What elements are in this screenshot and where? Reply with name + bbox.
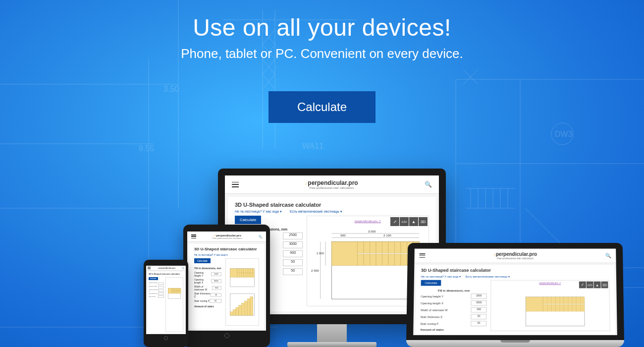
- staircase-type-dropdown[interactable]: Не та лестница? У нас еще ▾: [235, 210, 282, 214]
- search-icon[interactable]: 🔍: [259, 235, 262, 238]
- svg-rect-92: [568, 297, 572, 304]
- phone-home-button[interactable]: [164, 336, 168, 340]
- opening-height-input[interactable]: 2500: [211, 272, 221, 276]
- svg-rect-136: [173, 288, 175, 290]
- staircase-width-input[interactable]: 900: [471, 307, 487, 313]
- field-label: Opening height Y: [149, 282, 158, 285]
- opening-height-input[interactable]: 2500: [283, 232, 303, 239]
- staircase-width-input[interactable]: 900: [212, 286, 221, 290]
- field-label: Opening height Y: [421, 295, 443, 298]
- hamburger-icon[interactable]: [419, 253, 425, 258]
- brand-logo: ✓perpendicular.pro Free professional sta…: [493, 251, 537, 259]
- stair-thickness-input[interactable]: 50: [283, 259, 303, 266]
- svg-rect-127: [236, 307, 239, 315]
- svg-rect-64: [358, 254, 364, 266]
- hero-subtitle: Phone, tablet or PC. Convenient on every…: [0, 46, 644, 61]
- svg-rect-122: [250, 273, 252, 278]
- staircase-width-input[interactable]: 900: [283, 250, 303, 257]
- calculate-mini-button[interactable]: Calculate: [149, 277, 158, 280]
- stair-nosing-input[interactable]: 50: [210, 299, 221, 303]
- svg-rect-90: [560, 297, 564, 304]
- calculate-mini-button[interactable]: Calculate: [194, 258, 211, 263]
- staircase-diagram: [494, 290, 606, 328]
- page-title: 3D U-Shaped staircase calculator: [149, 273, 183, 275]
- staircase-type-dropdown[interactable]: Не та лестница? У нас еще ▾: [421, 275, 461, 278]
- search-icon[interactable]: 🔍: [425, 181, 432, 188]
- opening-height-input[interactable]: 2500: [471, 293, 487, 299]
- svg-rect-142: [173, 291, 175, 293]
- hamburger-icon[interactable]: [232, 182, 239, 187]
- embed-tool-icon[interactable]: </>: [400, 217, 409, 226]
- stair-thickness-input[interactable]: 50: [471, 314, 487, 319]
- page-title: 3D U-Shaped staircase calculator: [194, 247, 259, 251]
- svg-rect-77: [376, 242, 382, 253]
- permalink[interactable]: perpendicular.pro ⇗: [355, 219, 381, 223]
- svg-text:2 100: 2 100: [383, 233, 391, 237]
- svg-rect-103: [572, 304, 576, 311]
- view-tool-icon[interactable]: ▲: [409, 217, 418, 226]
- svg-rect-105: [581, 304, 585, 311]
- metal-stairs-dropdown[interactable]: Есть металлические лестницы ▾: [290, 210, 342, 214]
- stair-thickness-input[interactable]: [158, 292, 164, 295]
- embed-tool-icon[interactable]: </>: [587, 282, 593, 289]
- svg-rect-125: [230, 312, 233, 315]
- svg-text:DW3: DW3: [555, 130, 573, 138]
- fullscreen-tool-icon[interactable]: ⤢: [390, 217, 399, 226]
- page-title: 3D U-Shaped staircase calculator: [235, 202, 429, 208]
- search-icon[interactable]: 🔍: [605, 253, 611, 258]
- svg-rect-145: [178, 291, 179, 293]
- stair-nosing-input[interactable]: 50: [471, 321, 487, 326]
- staircase-diagram: [167, 279, 182, 331]
- hamburger-icon[interactable]: [191, 234, 196, 238]
- svg-rect-108: [237, 269, 239, 273]
- dimensions-header: Fill in dimensions, mm: [194, 267, 221, 270]
- svg-rect-100: [560, 304, 564, 311]
- staircase-type-dropdown[interactable]: Не та лестница? У нас еще ▾: [194, 253, 228, 256]
- permalink[interactable]: perpendicular.pro ⇗: [539, 282, 561, 285]
- svg-rect-130: [244, 301, 247, 315]
- fullscreen-tool-icon[interactable]: ⤢: [579, 282, 586, 289]
- svg-rect-79: [388, 242, 394, 253]
- stair-nosing-input[interactable]: 50: [283, 268, 303, 275]
- opening-height-input[interactable]: [158, 283, 164, 285]
- staircase-diagram: [228, 261, 257, 323]
- svg-rect-89: [556, 297, 560, 304]
- svg-rect-74: [358, 242, 364, 253]
- hero-title: Use on all your devices!: [0, 14, 644, 41]
- svg-rect-97: [547, 304, 551, 311]
- calculate-mini-button[interactable]: Calculate: [421, 280, 441, 286]
- svg-rect-91: [564, 297, 568, 304]
- field-label: Stair nosing F: [149, 296, 156, 297]
- field-label: Stair thickness Z: [421, 315, 442, 318]
- field-label: Width of staircase W: [194, 285, 212, 291]
- amount-stairs-header: Amount of stairs: [194, 305, 221, 308]
- view-tool-icon[interactable]: ▲: [594, 282, 601, 289]
- svg-rect-63: [332, 242, 358, 266]
- tablet-home-button[interactable]: [224, 333, 229, 338]
- svg-rect-65: [364, 254, 370, 266]
- stair-thickness-input[interactable]: 50: [211, 293, 221, 297]
- 3d-tool-icon[interactable]: 3D: [419, 217, 428, 226]
- staircase-width-input[interactable]: [159, 289, 164, 292]
- opening-length-input[interactable]: 3000: [283, 241, 303, 248]
- hamburger-icon[interactable]: [148, 267, 151, 269]
- svg-rect-85: [526, 297, 543, 311]
- opening-length-input[interactable]: [158, 286, 164, 289]
- svg-rect-69: [388, 254, 394, 266]
- svg-rect-143: [175, 291, 176, 293]
- calculate-mini-button[interactable]: Calculate: [235, 216, 261, 224]
- opening-length-input[interactable]: 3000: [471, 300, 487, 306]
- brand-logo: ✓perpendicular.pro: [157, 267, 175, 269]
- opening-length-input[interactable]: 3000: [211, 279, 221, 283]
- stair-nosing-input[interactable]: [158, 295, 164, 298]
- 3d-tool-icon[interactable]: 3D: [601, 282, 608, 289]
- svg-rect-135: [172, 288, 173, 290]
- search-icon[interactable]: 🔍: [182, 267, 184, 269]
- brand-logo: ✓perpendicular.pro Free professional sta…: [213, 233, 242, 239]
- device-showcase: ✓perpendicular.pro Free professional sta…: [0, 139, 644, 347]
- svg-rect-112: [246, 269, 248, 273]
- calculate-button[interactable]: Calculate: [268, 91, 376, 123]
- svg-text:1 000: 1 000: [317, 251, 324, 255]
- metal-stairs-dropdown[interactable]: Есть металлические лестницы ▾: [466, 275, 510, 278]
- svg-rect-76: [370, 242, 376, 253]
